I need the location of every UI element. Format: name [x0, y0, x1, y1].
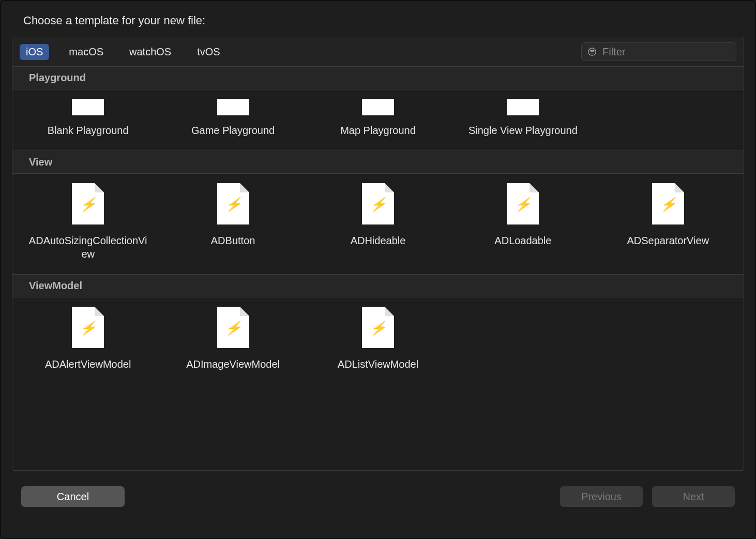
section-header-playground: Playground — [12, 67, 744, 89]
tab-watchos[interactable]: watchOS — [123, 44, 177, 60]
template-item[interactable]: ⚡ ADButton — [160, 180, 305, 264]
template-item[interactable]: ⚡ ADLoadable — [450, 180, 595, 264]
section-grid-playground: Blank Playground Game Playground Map Pla… — [12, 89, 744, 151]
swift-glyph-icon: ⚡ — [660, 197, 676, 213]
template-label: ADLoadable — [494, 234, 551, 247]
toolbar: iOS macOS watchOS tvOS — [12, 37, 744, 67]
template-panel: iOS macOS watchOS tvOS Playground Blan — [12, 37, 744, 471]
template-item[interactable]: ⚡ ADAutoSizingCollectionView — [16, 180, 160, 264]
next-button[interactable]: Next — [652, 486, 735, 507]
template-item[interactable]: ⚡ ADHideable — [306, 180, 450, 264]
platform-tabs: iOS macOS watchOS tvOS — [20, 44, 226, 60]
tab-macos[interactable]: macOS — [63, 44, 110, 60]
template-item[interactable]: Single View Playground — [450, 96, 595, 140]
template-label: ADImageViewModel — [186, 357, 280, 371]
template-item[interactable]: ⚡ ADAlertViewModel — [16, 304, 160, 374]
cancel-button[interactable]: Cancel — [21, 486, 125, 507]
file-icon: ⚡ — [362, 307, 394, 348]
template-label: Game Playground — [191, 124, 275, 137]
file-icon: ⚡ — [217, 307, 249, 348]
swift-glyph-icon: ⚡ — [80, 320, 96, 336]
template-item[interactable]: Blank Playground — [16, 96, 160, 140]
tab-ios[interactable]: iOS — [20, 44, 49, 60]
file-icon: ⚡ — [507, 183, 539, 224]
section-header-viewmodel: ViewModel — [12, 274, 744, 297]
template-label: ADListViewModel — [338, 357, 418, 371]
file-icon — [217, 99, 249, 115]
file-icon: ⚡ — [72, 307, 104, 348]
file-icon — [507, 99, 539, 115]
swift-glyph-icon: ⚡ — [370, 197, 386, 213]
previous-button[interactable]: Previous — [560, 486, 643, 507]
template-label: Blank Playground — [48, 124, 129, 137]
file-icon — [362, 99, 394, 115]
swift-glyph-icon: ⚡ — [225, 320, 241, 336]
swift-glyph-icon: ⚡ — [225, 197, 241, 213]
section-grid-viewmodel: ⚡ ADAlertViewModel ⚡ ADImageViewModel ⚡ … — [12, 297, 744, 384]
swift-glyph-icon: ⚡ — [370, 320, 386, 336]
template-label: Map Playground — [340, 124, 416, 137]
swift-glyph-icon: ⚡ — [80, 197, 96, 213]
template-item[interactable]: Map Playground — [306, 96, 450, 140]
file-icon: ⚡ — [652, 183, 684, 224]
template-item[interactable]: ⚡ ADSeparatorView — [596, 180, 740, 264]
file-icon: ⚡ — [362, 183, 394, 224]
template-scroll-area[interactable]: Playground Blank Playground Game Playgro… — [12, 67, 744, 470]
swift-glyph-icon: ⚡ — [515, 197, 531, 213]
file-icon — [72, 99, 104, 115]
section-grid-view: ⚡ ADAutoSizingCollectionView ⚡ ADButton … — [12, 174, 744, 274]
dialog-footer: Cancel Previous Next — [12, 471, 744, 507]
template-label: ADSeparatorView — [627, 234, 709, 247]
template-item[interactable]: ⚡ ADListViewModel — [306, 304, 450, 374]
template-item[interactable]: Game Playground — [160, 96, 305, 140]
filter-field[interactable] — [581, 42, 736, 61]
template-label: Single View Playground — [468, 124, 578, 137]
template-item[interactable]: ⚡ ADImageViewModel — [160, 304, 305, 374]
filter-icon — [587, 47, 597, 57]
dialog-title: Choose a template for your new file: — [12, 11, 744, 37]
filter-input[interactable] — [602, 46, 731, 58]
tab-tvos[interactable]: tvOS — [191, 44, 226, 60]
template-label: ADAlertViewModel — [45, 357, 131, 371]
template-label: ADAutoSizingCollectionView — [28, 234, 147, 261]
section-header-view: View — [12, 151, 744, 174]
template-label: ADButton — [211, 234, 255, 247]
file-icon: ⚡ — [217, 183, 249, 224]
file-icon: ⚡ — [72, 183, 104, 224]
template-label: ADHideable — [351, 234, 406, 247]
